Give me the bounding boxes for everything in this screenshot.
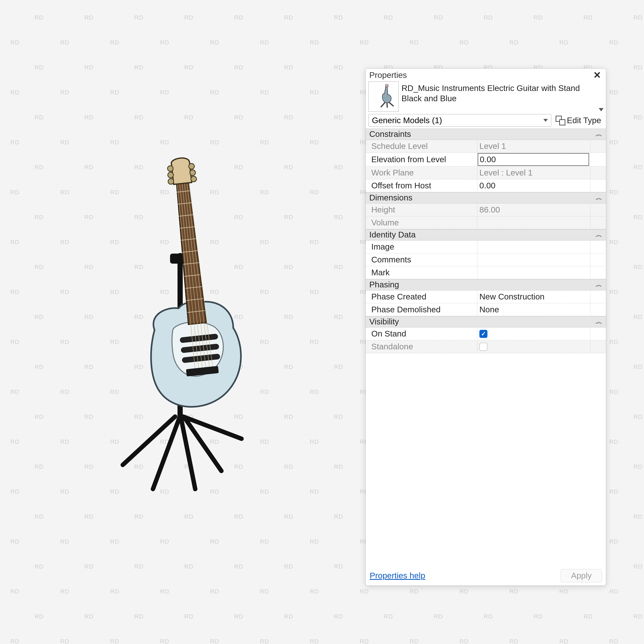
category-filter-value: Generic Models (1)	[372, 116, 442, 125]
svg-point-31	[188, 163, 195, 169]
svg-line-0	[123, 417, 175, 465]
property-label: Offset from Host	[366, 179, 477, 192]
edit-type-button[interactable]: Edit Type	[554, 115, 603, 126]
svg-point-30	[168, 178, 174, 185]
property-row[interactable]: Phase DemolishedNone	[366, 303, 606, 316]
property-value	[477, 216, 590, 229]
properties-grid: Constraints︽Schedule LevelLevel 1Elevati…	[366, 129, 606, 567]
property-row: Volume	[366, 216, 606, 229]
section-header[interactable]: Phasing︽	[366, 279, 606, 290]
collapse-icon[interactable]: ︽	[595, 318, 602, 325]
property-row: Schedule LevelLevel 1	[366, 140, 606, 153]
row-endcap	[590, 203, 606, 216]
collapse-icon[interactable]: ︽	[595, 281, 602, 288]
chevron-down-icon[interactable]	[599, 108, 604, 111]
property-row[interactable]: On Stand✓	[366, 327, 606, 340]
row-endcap	[590, 253, 606, 266]
property-label: Mark	[366, 266, 477, 279]
property-checkbox-cell[interactable]: ✓	[477, 327, 590, 340]
close-icon[interactable]: ✕	[592, 70, 603, 81]
section-title: Visibility	[369, 317, 399, 326]
panel-titlebar[interactable]: Properties ✕	[366, 69, 606, 81]
property-value[interactable]: None	[477, 303, 590, 316]
row-endcap	[590, 140, 606, 153]
row-endcap	[590, 266, 606, 279]
property-value[interactable]	[477, 253, 590, 266]
row-endcap	[590, 290, 606, 303]
property-value[interactable]	[477, 266, 590, 279]
row-endcap	[590, 303, 606, 316]
svg-point-32	[190, 170, 196, 176]
property-label: Phase Created	[366, 290, 477, 303]
property-label: Phase Demolished	[366, 303, 477, 316]
row-endcap	[590, 327, 606, 340]
property-row[interactable]: Elevation from Level0.00	[366, 153, 606, 166]
svg-point-29	[167, 172, 174, 178]
checkbox[interactable]: ✓	[479, 330, 487, 338]
property-value: Level : Level 1	[477, 166, 590, 179]
panel-title: Properties	[369, 70, 407, 80]
property-value: 86.00	[477, 203, 590, 216]
section-title: Dimensions	[369, 193, 412, 202]
property-checkbox-cell: ✓	[477, 340, 590, 353]
svg-line-1	[153, 419, 179, 489]
edit-type-icon	[556, 116, 565, 125]
property-row[interactable]: Image	[366, 240, 606, 253]
section-header[interactable]: Dimensions︽	[366, 192, 606, 203]
row-endcap	[590, 340, 606, 353]
section-title: Constraints	[369, 129, 411, 139]
row-endcap	[590, 216, 606, 229]
family-type: Black and Blue	[401, 93, 604, 104]
svg-point-33	[191, 176, 197, 182]
property-label: Volume	[366, 216, 477, 229]
property-row[interactable]: Mark	[366, 266, 606, 279]
family-name: RD_Music Instruments Electric Guitar wit…	[401, 83, 604, 93]
model-electric-guitar-on-stand[interactable]	[101, 151, 262, 493]
family-type-header[interactable]: RD_Music Instruments Electric Guitar wit…	[366, 81, 606, 113]
property-value: Level 1	[477, 140, 590, 153]
category-filter-combo[interactable]: Generic Models (1)	[368, 114, 551, 127]
property-value[interactable]	[477, 240, 590, 253]
family-thumbnail	[368, 82, 399, 112]
property-value[interactable]: 0.00	[478, 153, 589, 166]
row-endcap	[590, 166, 606, 179]
property-value[interactable]: 0.00	[477, 179, 590, 192]
property-value[interactable]: New Construction	[477, 290, 590, 303]
section-title: Identity Data	[369, 230, 416, 239]
collapse-icon[interactable]: ︽	[595, 194, 602, 201]
collapse-icon[interactable]: ︽	[595, 131, 602, 137]
property-label: Image	[366, 240, 477, 253]
row-endcap	[590, 179, 606, 192]
checkbox: ✓	[479, 343, 487, 351]
property-label: Schedule Level	[366, 140, 477, 153]
property-row[interactable]: Phase CreatedNew Construction	[366, 290, 606, 303]
property-row[interactable]: Offset from Host0.00	[366, 179, 606, 192]
edit-type-label: Edit Type	[567, 116, 601, 125]
property-row: Height86.00	[366, 203, 606, 216]
apply-button[interactable]: Apply	[561, 569, 602, 582]
property-row[interactable]: Comments	[366, 253, 606, 266]
property-row: Work PlaneLevel : Level 1	[366, 166, 606, 179]
row-endcap	[590, 240, 606, 253]
collapse-icon[interactable]: ︽	[595, 231, 602, 238]
chevron-down-icon	[543, 119, 548, 122]
property-label: Elevation from Level	[366, 153, 477, 166]
section-title: Phasing	[369, 280, 399, 289]
section-header[interactable]: Identity Data︽	[366, 229, 606, 240]
svg-point-28	[167, 165, 173, 172]
section-header[interactable]: Constraints︽	[366, 129, 606, 140]
section-header[interactable]: Visibility︽	[366, 316, 606, 327]
property-label: Comments	[366, 253, 477, 266]
property-label: Work Plane	[366, 166, 477, 179]
property-row: Standalone✓	[366, 340, 606, 353]
svg-rect-37	[385, 85, 388, 87]
properties-panel: Properties ✕ RD_Music Instruments Electr…	[365, 68, 606, 586]
property-label: Height	[366, 203, 477, 216]
property-label: Standalone	[366, 340, 477, 353]
property-label: On Stand	[366, 327, 477, 340]
properties-help-link[interactable]: Properties help	[370, 571, 425, 580]
